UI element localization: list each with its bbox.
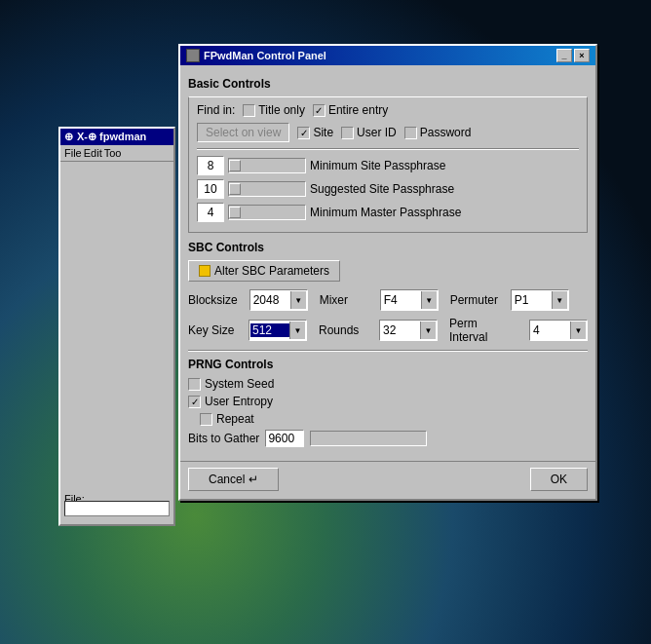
user-entropy-checkbox[interactable]: [188, 396, 201, 408]
password-checkbox[interactable]: [404, 127, 417, 139]
param-row-2: Key Size 512 ▼ Rounds 32 ▼ Perm Interval…: [188, 317, 588, 344]
min-site-slider[interactable]: [228, 158, 306, 173]
param-row-1: Blocksize 2048 ▼ Mixer F4 ▼ Permuter P1 …: [188, 289, 588, 311]
dialog-title: FPwdMan Control Panel: [204, 50, 326, 61]
cancel-label: Cancel: [209, 473, 245, 486]
basic-controls-group: Find in: Title only Entire entry Select …: [188, 96, 588, 233]
slider-row-2: Suggested Site Passphrase: [197, 179, 579, 199]
bg-fpwdman-window: ⊕ X-⊕ fpwdman File Edit Too File:: [58, 127, 175, 526]
alter-btn-label: Alter SBC Parameters: [214, 264, 329, 278]
sbc-section: SBC Controls Alter SBC Parameters Blocks…: [188, 241, 588, 344]
dialog-footer: Cancel ↵ OK: [180, 461, 595, 499]
user-id-checkbox[interactable]: [341, 127, 354, 139]
repeat-row: Repeat: [200, 412, 588, 426]
prng-controls-label: PRNG Controls: [188, 358, 588, 371]
bg-menu-file[interactable]: File: [64, 147, 82, 159]
key-size-dropdown[interactable]: 512 ▼: [249, 320, 307, 341]
filter-row: Select on view Site User ID Password: [197, 123, 579, 142]
blocksize-dropdown[interactable]: 2048 ▼: [249, 289, 308, 311]
entire-entry-checkbox[interactable]: [313, 104, 326, 117]
permuter-arrow[interactable]: ▼: [552, 291, 567, 309]
blocksize-arrow[interactable]: ▼: [290, 291, 306, 309]
blocksize-label: Blocksize: [188, 293, 238, 307]
perm-interval-dropdown[interactable]: 4 ▼: [529, 320, 588, 341]
min-master-slider[interactable]: [228, 205, 306, 220]
repeat-checkbox[interactable]: [200, 413, 212, 426]
min-master-value[interactable]: [197, 203, 224, 222]
blocksize-value: 2048: [251, 293, 290, 307]
close-button[interactable]: ×: [574, 49, 590, 62]
key-size-value: 512: [250, 323, 289, 337]
sug-site-value[interactable]: [197, 179, 224, 199]
permuter-label: Permuter: [450, 293, 499, 307]
title-only-label: Title only: [258, 103, 305, 117]
bg-window-menubar: File Edit Too: [60, 145, 173, 162]
mixer-value: F4: [382, 293, 421, 307]
min-site-thumb: [229, 160, 241, 171]
title-only-cb-container: Title only: [243, 103, 305, 117]
perm-interval-label: Perm Interval: [449, 317, 517, 344]
password-cb-container: Password: [404, 126, 472, 139]
system-seed-label: System Seed: [205, 377, 274, 391]
bits-slider[interactable]: [310, 431, 427, 446]
bg-file-input: [64, 501, 170, 516]
divider-2: [188, 350, 588, 352]
entire-entry-label: Entire entry: [328, 103, 388, 117]
titlebar-buttons: _ ×: [556, 49, 590, 62]
mixer-arrow[interactable]: ▼: [421, 291, 437, 309]
user-entropy-row: User Entropy: [188, 395, 588, 408]
slider-row-3: Minimum Master Passphrase: [197, 203, 579, 222]
dialog-icon: [186, 49, 200, 62]
site-label: Site: [313, 126, 333, 139]
alter-sbc-button[interactable]: Alter SBC Parameters: [188, 260, 340, 282]
sug-site-slider[interactable]: [228, 181, 306, 197]
site-checkbox[interactable]: [297, 127, 310, 139]
rounds-label: Rounds: [319, 323, 367, 337]
min-master-label: Minimum Master Passphrase: [310, 206, 461, 219]
repeat-label: Repeat: [216, 412, 254, 426]
rounds-arrow[interactable]: ▼: [420, 322, 436, 339]
divider-1: [197, 148, 579, 150]
entire-entry-cb-container: Entire entry: [313, 103, 388, 117]
dialog-titlebar: FPwdMan Control Panel _ ×: [180, 46, 595, 65]
dialog-titlebar-left: FPwdMan Control Panel: [186, 49, 326, 62]
bg-window-icon: ⊕: [64, 131, 73, 143]
ok-button[interactable]: OK: [530, 468, 588, 491]
mixer-dropdown[interactable]: F4 ▼: [380, 289, 439, 311]
select-on-view-button: Select on view: [197, 123, 289, 142]
system-seed-checkbox[interactable]: [188, 378, 201, 391]
key-size-arrow[interactable]: ▼: [289, 322, 305, 339]
perm-interval-arrow[interactable]: ▼: [570, 322, 586, 339]
site-cb-container: Site: [297, 126, 333, 139]
find-in-label: Find in:: [197, 103, 235, 117]
mixer-label: Mixer: [320, 293, 368, 307]
bg-menu-too[interactable]: Too: [104, 147, 122, 159]
alter-icon: [199, 265, 211, 277]
system-seed-row: System Seed: [188, 377, 588, 391]
permuter-dropdown[interactable]: P1 ▼: [511, 289, 569, 311]
sug-site-label: Suggested Site Passphrase: [310, 182, 454, 196]
key-size-label: Key Size: [188, 323, 237, 337]
cancel-button[interactable]: Cancel ↵: [188, 468, 279, 491]
rounds-value: 32: [381, 323, 420, 337]
sug-site-thumb: [229, 183, 241, 195]
min-master-thumb: [229, 207, 241, 218]
title-only-checkbox[interactable]: [243, 104, 255, 117]
slider-row-1: Minimum Site Passphrase: [197, 156, 579, 175]
bg-menu-edit[interactable]: Edit: [84, 147, 102, 159]
minimize-button[interactable]: _: [556, 49, 572, 62]
rounds-dropdown[interactable]: 32 ▼: [379, 320, 438, 341]
sbc-controls-label: SBC Controls: [188, 241, 588, 254]
cancel-icon: ↵: [249, 473, 258, 486]
ok-label: OK: [551, 473, 567, 486]
basic-controls-label: Basic Controls: [188, 77, 588, 91]
find-in-row: Find in: Title only Entire entry: [197, 103, 579, 117]
main-dialog: FPwdMan Control Panel _ × Basic Controls…: [178, 44, 597, 501]
bits-row: Bits to Gather: [188, 430, 588, 447]
user-entropy-label: User Entropy: [205, 395, 273, 408]
prng-section: PRNG Controls System Seed User Entropy R…: [188, 358, 588, 447]
bg-window-title: X-⊕ fpwdman: [77, 131, 146, 143]
min-site-value[interactable]: [197, 156, 224, 175]
min-site-label: Minimum Site Passphrase: [310, 159, 445, 172]
bits-input[interactable]: [265, 430, 304, 447]
